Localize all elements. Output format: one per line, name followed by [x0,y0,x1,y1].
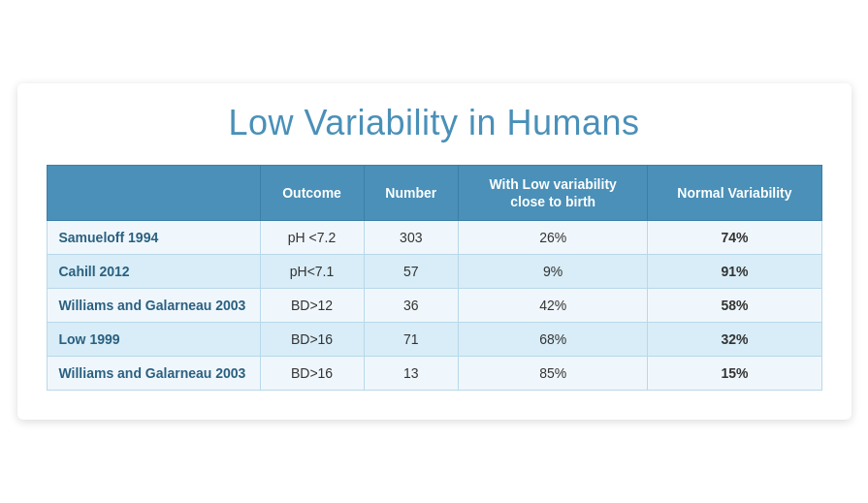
cell-number: 36 [364,289,458,323]
cell-outcome: pH <7.2 [260,221,364,255]
cell-normal-variability: 74% [648,221,821,255]
col-header-number: Number [364,165,458,220]
cell-number: 13 [364,357,458,391]
cell-normal-variability: 58% [648,289,821,323]
cell-study: Low 1999 [47,323,260,357]
cell-study: Williams and Galarneau 2003 [47,289,260,323]
table-row: Cahill 2012pH<7.1579%91% [47,255,821,289]
cell-number: 71 [364,323,458,357]
col-header-outcome: Outcome [260,165,364,220]
cell-outcome: BD>12 [260,289,364,323]
slide-container: Low Variability in Humans Outcome Number… [17,83,852,420]
col-header-normal-variability: Normal Variability [648,165,821,220]
col-header-study [47,165,260,220]
table-row: Low 1999BD>167168%32% [47,323,821,357]
col-header-low-variability: With Low variabilityclose to birth [458,165,647,220]
cell-normal-variability: 91% [648,255,821,289]
cell-outcome: BD>16 [260,357,364,391]
cell-study: Williams and Galarneau 2003 [47,357,260,391]
cell-study: Cahill 2012 [47,255,260,289]
cell-study: Samueloff 1994 [47,221,260,255]
table-row: Williams and Galarneau 2003BD>123642%58% [47,289,821,323]
cell-low-variability: 42% [458,289,647,323]
cell-outcome: BD>16 [260,323,364,357]
cell-number: 303 [364,221,458,255]
cell-low-variability: 68% [458,323,647,357]
cell-low-variability: 85% [458,357,647,391]
cell-low-variability: 26% [458,221,647,255]
table-row: Williams and Galarneau 2003BD>161385%15% [47,357,821,391]
data-table: Outcome Number With Low variabilityclose… [47,165,822,391]
cell-low-variability: 9% [458,255,647,289]
table-row: Samueloff 1994pH <7.230326%74% [47,221,821,255]
cell-normal-variability: 15% [648,357,821,391]
table-header-row: Outcome Number With Low variabilityclose… [47,165,821,220]
cell-number: 57 [364,255,458,289]
slide-title: Low Variability in Humans [47,103,822,143]
cell-normal-variability: 32% [648,323,821,357]
cell-outcome: pH<7.1 [260,255,364,289]
